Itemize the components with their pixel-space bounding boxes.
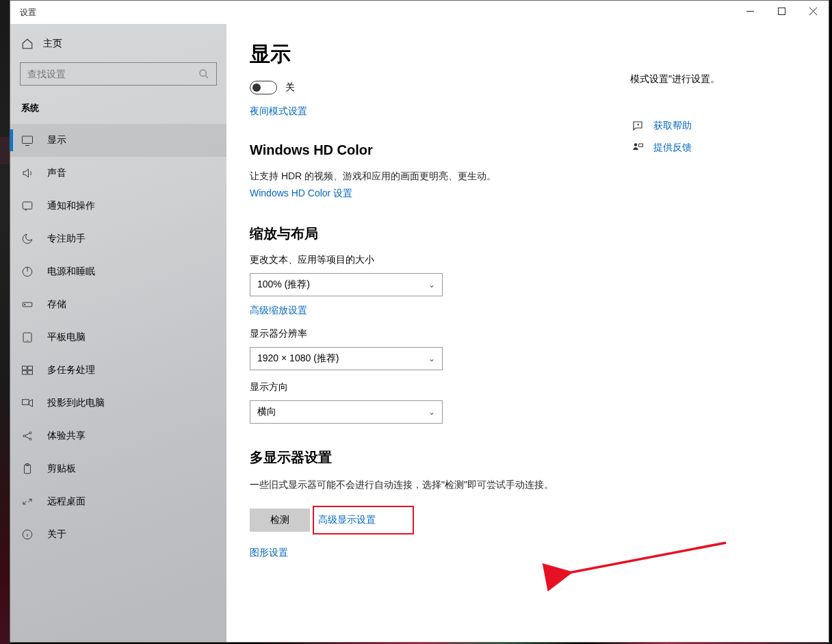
- sidebar-item-label: 远程桌面: [47, 495, 86, 508]
- svg-rect-8: [23, 366, 27, 370]
- chevron-down-icon: ⌄: [428, 407, 435, 417]
- sidebar-item-share[interactable]: 体验共享: [10, 420, 226, 452]
- sound-icon: [21, 167, 34, 179]
- search-input[interactable]: [27, 68, 198, 79]
- resolution-label: 显示器分辨率: [250, 328, 805, 340]
- sidebar-item-label: 体验共享: [47, 430, 86, 442]
- sidebar-item-clipboard[interactable]: 剪贴板: [10, 452, 226, 485]
- sidebar-item-label: 专注助手: [47, 233, 86, 245]
- hd-color-heading: Windows HD Color: [250, 142, 805, 158]
- sidebar-item-display[interactable]: 显示: [10, 124, 226, 157]
- chevron-down-icon: ⌄: [428, 354, 435, 363]
- aside-links: 获取帮助 提供反馈: [632, 120, 692, 154]
- info-icon: [21, 528, 34, 541]
- sidebar-item-label: 存储: [47, 298, 66, 311]
- sidebar-item-label: 平板电脑: [47, 331, 86, 344]
- sidebar-item-label: 投影到此电脑: [47, 397, 105, 409]
- home-link[interactable]: 主页: [10, 31, 226, 57]
- hd-color-settings-link[interactable]: Windows HD Color 设置: [250, 188, 352, 200]
- display-icon: [21, 134, 34, 146]
- sidebar-item-label: 电源和睡眠: [47, 266, 95, 278]
- adv-display-link[interactable]: 高级显示设置: [318, 514, 376, 526]
- search-icon: [198, 68, 209, 79]
- sidebar-item-power[interactable]: 电源和睡眠: [10, 255, 226, 288]
- storage-icon: [21, 298, 34, 311]
- desktop-deco: [0, 137, 10, 164]
- sidebar-item-tablet[interactable]: 平板电脑: [10, 321, 226, 354]
- feedback-link[interactable]: 提供反馈: [632, 142, 692, 154]
- hd-color-desc: 让支持 HDR 的视频、游戏和应用的画面更明亮、更生动。: [250, 169, 805, 183]
- sidebar-item-sound[interactable]: 声音: [10, 157, 226, 190]
- svg-rect-20: [639, 144, 643, 147]
- scale-value: 100% (推荐): [257, 279, 310, 291]
- svg-point-15: [29, 438, 31, 440]
- home-icon: [21, 38, 34, 50]
- get-help-link[interactable]: 获取帮助: [632, 120, 692, 132]
- annotation-highlight: 高级显示设置: [313, 506, 414, 534]
- sidebar: 主页 系统 显示 声音 通知和操作: [10, 24, 226, 642]
- home-label: 主页: [43, 38, 62, 50]
- chevron-down-icon: ⌄: [428, 280, 435, 289]
- close-button[interactable]: [797, 1, 829, 21]
- night-light-toggle[interactable]: [250, 81, 277, 94]
- resolution-value: 1920 × 1080 (推荐): [257, 352, 339, 365]
- svg-rect-2: [23, 136, 33, 144]
- graphics-link[interactable]: 图形设置: [250, 547, 288, 559]
- night-light-settings-link[interactable]: 夜间模式设置: [250, 105, 307, 118]
- multi-heading: 多显示器设置: [250, 448, 805, 467]
- moon-icon: [21, 233, 34, 245]
- sidebar-item-about[interactable]: 关于: [10, 518, 226, 551]
- power-icon: [21, 266, 34, 278]
- notification-icon: [21, 200, 34, 212]
- svg-point-14: [29, 432, 31, 434]
- clipboard-icon: [21, 463, 34, 475]
- minimize-button[interactable]: [734, 1, 766, 21]
- svg-point-13: [23, 435, 25, 437]
- svg-rect-12: [23, 400, 29, 405]
- project-icon: [21, 397, 34, 409]
- window-title: 设置: [20, 7, 36, 18]
- adv-scale-link[interactable]: 高级缩放设置: [250, 305, 307, 317]
- svg-rect-11: [28, 371, 33, 374]
- aside-note: 模式设置"进行设置。: [630, 73, 720, 86]
- get-help-label: 获取帮助: [653, 120, 692, 132]
- maximize-button[interactable]: [766, 1, 797, 21]
- content-area: 显示 关 夜间模式设置 Windows HD Color 让支持 HDR 的视频…: [226, 24, 829, 642]
- sidebar-item-project[interactable]: 投影到此电脑: [10, 387, 226, 420]
- scale-heading: 缩放与布局: [250, 224, 805, 243]
- sidebar-item-label: 剪贴板: [47, 463, 76, 475]
- page-title: 显示: [250, 40, 805, 68]
- sidebar-item-remote[interactable]: 远程桌面: [10, 485, 226, 518]
- share-icon: [21, 430, 34, 442]
- sidebar-item-focus-assist[interactable]: 专注助手: [10, 222, 226, 255]
- sidebar-item-label: 通知和操作: [47, 200, 95, 212]
- tablet-icon: [21, 331, 34, 344]
- sidebar-category: 系统: [10, 95, 226, 124]
- resolution-select[interactable]: 1920 × 1080 (推荐) ⌄: [250, 347, 443, 370]
- orientation-label: 显示方向: [250, 381, 805, 394]
- search-box[interactable]: [20, 62, 217, 86]
- sidebar-item-label: 关于: [47, 528, 66, 541]
- svg-rect-3: [23, 202, 32, 209]
- svg-point-19: [634, 143, 638, 146]
- desktop-left-edge: [0, 0, 10, 644]
- sidebar-item-label: 多任务处理: [47, 364, 95, 376]
- svg-rect-0: [778, 8, 785, 14]
- sidebar-item-storage[interactable]: 存储: [10, 288, 226, 321]
- orientation-select[interactable]: 横向 ⌄: [250, 400, 443, 424]
- scale-label: 更改文本、应用等项目的大小: [250, 254, 805, 266]
- svg-rect-10: [23, 371, 27, 374]
- multitask-icon: [21, 364, 34, 376]
- sidebar-item-label: 声音: [47, 167, 66, 179]
- night-light-state: 关: [285, 81, 295, 94]
- feedback-label: 提供反馈: [653, 142, 692, 154]
- detect-button[interactable]: 检测: [250, 508, 310, 532]
- sidebar-item-notifications[interactable]: 通知和操作: [10, 190, 226, 222]
- sidebar-item-label: 显示: [47, 134, 66, 146]
- svg-point-6: [25, 304, 26, 305]
- sidebar-item-multitask[interactable]: 多任务处理: [10, 354, 226, 387]
- scale-select[interactable]: 100% (推荐) ⌄: [250, 273, 443, 296]
- multi-desc: 一些旧式显示器可能不会进行自动连接，选择"检测"即可尝试手动连接。: [250, 478, 805, 492]
- svg-rect-9: [28, 366, 33, 370]
- orientation-value: 横向: [257, 406, 276, 418]
